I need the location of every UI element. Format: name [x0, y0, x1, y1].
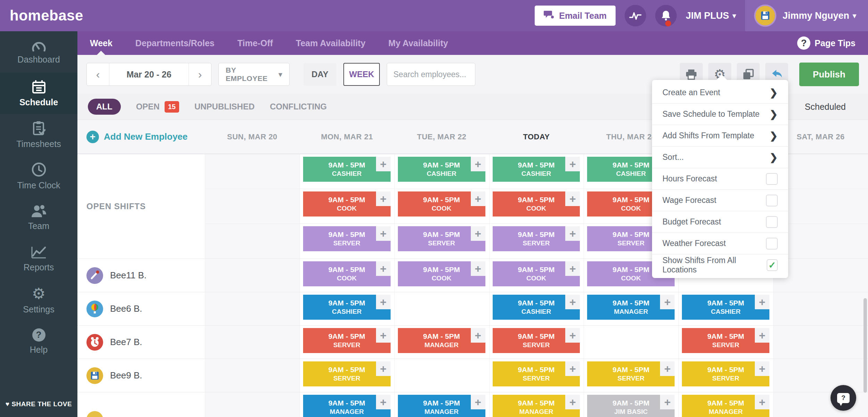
shift-cell[interactable]: 9AM - 5PMCASHIER+ [489, 292, 584, 325]
open-shift-block[interactable]: 9AM - 5PMSERVER+ [493, 226, 580, 251]
shift-block[interactable]: 9AM - 5PMSERVER+ [587, 361, 675, 386]
shift-block[interactable]: 9AM - 5PMCOOK+ [303, 261, 391, 286]
shift-cell[interactable]: 9AM - 5PMSERVER+ [394, 224, 489, 259]
open-shift-block[interactable]: 9AM - 5PMCASHIER+ [398, 157, 485, 182]
menu-item-wage-forecast[interactable]: Wage Forecast [652, 190, 788, 211]
shift-cell[interactable]: 9AM - 5PMCOOK+ [300, 189, 394, 223]
shift-cell[interactable]: 9AM - 5PMSERVER+ [678, 326, 773, 359]
menu-item-weather-forecast[interactable]: Weather Forecast [652, 233, 788, 254]
add-shift-icon[interactable]: + [471, 191, 485, 206]
shift-cell[interactable]: 9AM - 5PMSERVER+ [678, 359, 773, 392]
add-shift-icon[interactable]: + [565, 191, 580, 206]
add-shift-icon[interactable]: + [755, 395, 769, 409]
shift-block[interactable]: 9AM - 5PMMANAGER+ [398, 395, 485, 417]
add-shift-icon[interactable]: + [755, 328, 769, 343]
search-employees-input[interactable] [387, 63, 475, 86]
shift-cell[interactable] [773, 326, 868, 359]
publish-button[interactable]: Publish [799, 63, 859, 86]
tab-my-availability[interactable]: My Availability [389, 31, 448, 55]
add-shift-icon[interactable]: + [471, 328, 485, 343]
shift-block[interactable]: 9AM - 5PMCASHIER+ [493, 295, 580, 320]
shift-cell[interactable]: 9AM - 5PMJIM BASIC+ [584, 392, 678, 417]
tab-team-availability[interactable]: Team Availability [296, 31, 366, 55]
activity-icon[interactable] [625, 5, 646, 26]
menu-item-save-template[interactable]: Save Schedule to Template ❯ [652, 104, 788, 125]
menu-item-create-event[interactable]: Create an Event ❯ [652, 82, 788, 104]
sidebar-item-time-clock[interactable]: Time Clock [0, 155, 77, 197]
group-by-dropdown[interactable]: BY EMPLOYEE ▾ [218, 63, 290, 86]
shift-cell[interactable]: 9AM - 5PMSERVER+ [300, 326, 394, 359]
shift-block[interactable]: 9AM - 5PMMANAGER+ [493, 395, 580, 417]
shift-cell[interactable]: 9AM - 5PMMANAGER+ [300, 392, 394, 417]
shift-cell[interactable]: 9AM - 5PMCASHIER+ [489, 154, 584, 189]
add-shift-icon[interactable]: + [565, 395, 580, 409]
shift-cell[interactable]: 9AM - 5PMCOOK+ [300, 259, 394, 292]
shift-cell[interactable] [773, 359, 868, 392]
shift-cell[interactable]: 9AM - 5PMSERVER+ [300, 359, 394, 392]
shift-cell[interactable]: 9AM - 5PMCASHIER+ [300, 154, 394, 189]
add-shift-icon[interactable]: + [471, 157, 485, 171]
shift-cell[interactable] [205, 326, 300, 359]
add-shift-icon[interactable]: + [565, 295, 580, 309]
page-tips-button[interactable]: ? Page Tips [797, 36, 856, 50]
shift-block[interactable]: 9AM - 5PMMANAGER+ [587, 295, 675, 320]
shift-cell[interactable]: 9AM - 5PMMANAGER+ [394, 326, 489, 359]
add-shift-icon[interactable]: + [660, 295, 675, 309]
menu-item-sort[interactable]: Sort... ❯ [652, 147, 788, 168]
shift-cell[interactable] [205, 154, 300, 189]
checkbox-unchecked[interactable] [766, 238, 778, 250]
notifications-bell-icon[interactable] [655, 5, 677, 26]
add-shift-icon[interactable]: + [471, 261, 485, 276]
filter-conflicting[interactable]: CONFLICTING [270, 102, 327, 112]
support-chat-button[interactable]: ? [831, 385, 856, 411]
shift-cell[interactable]: 9AM - 5PMCASHIER+ [678, 292, 773, 325]
week-view-button[interactable]: WEEK [343, 63, 380, 86]
sidebar-item-team[interactable]: Team [0, 197, 77, 238]
add-new-employee-button[interactable]: + Add New Employee [77, 131, 205, 143]
open-shift-block[interactable]: 9AM - 5PMCASHIER+ [303, 157, 391, 182]
open-shift-block[interactable]: 9AM - 5PMCASHIER+ [493, 157, 580, 182]
add-shift-icon[interactable]: + [660, 361, 675, 376]
filter-open[interactable]: OPEN 15 [136, 101, 179, 113]
next-week-button[interactable]: › [189, 63, 211, 85]
add-shift-icon[interactable]: + [660, 395, 675, 409]
vertical-scrollbar[interactable] [863, 298, 867, 393]
shift-cell[interactable] [773, 292, 868, 325]
menu-item-hours-forecast[interactable]: Hours Forecast [652, 168, 788, 190]
filter-unpublished[interactable]: UNPUBLISHED [194, 102, 254, 112]
open-shift-block[interactable]: 9AM - 5PMCOOK+ [493, 191, 580, 216]
day-header-sun[interactable]: SUN, MAR 20 [205, 132, 300, 141]
employee-cell[interactable]: Bee6 B. [77, 292, 205, 325]
open-shift-block[interactable]: 9AM - 5PMSERVER+ [398, 226, 485, 251]
shift-cell[interactable] [205, 224, 300, 259]
shift-cell[interactable] [205, 189, 300, 223]
menu-item-budget-forecast[interactable]: Budget Forecast [652, 211, 788, 233]
add-shift-icon[interactable]: + [565, 157, 580, 171]
shift-cell[interactable]: 9AM - 5PMSERVER+ [584, 359, 678, 392]
shift-block[interactable]: 9AM - 5PMSERVER+ [303, 328, 391, 353]
shift-cell[interactable]: 9AM - 5PMCOOK+ [394, 259, 489, 292]
open-shift-block[interactable]: 9AM - 5PMSERVER+ [303, 226, 391, 251]
shift-cell[interactable]: 9AM - 5PMCASHIER+ [394, 154, 489, 189]
shift-block[interactable]: 9AM - 5PMSERVER+ [682, 328, 769, 353]
add-shift-icon[interactable]: + [755, 295, 769, 309]
shift-cell[interactable]: 9AM - 5PMCOOK+ [489, 189, 584, 223]
tab-departments-roles[interactable]: Departments/Roles [135, 31, 215, 55]
open-shift-block[interactable]: 9AM - 5PMCOOK+ [303, 191, 391, 216]
shift-cell[interactable]: 9AM - 5PMMANAGER+ [584, 292, 678, 325]
add-shift-icon[interactable]: + [565, 361, 580, 376]
shift-cell[interactable]: 9AM - 5PMMANAGER+ [394, 392, 489, 417]
scheduled-toggle[interactable]: Scheduled [805, 102, 846, 112]
shift-cell[interactable] [205, 392, 300, 417]
add-shift-icon[interactable]: + [376, 328, 391, 343]
add-shift-icon[interactable]: + [376, 395, 391, 409]
date-range-label[interactable]: Mar 20 - 26 [109, 63, 189, 85]
shift-block[interactable]: 9AM - 5PMCOOK+ [493, 261, 580, 286]
shift-block[interactable]: 9AM - 5PMCOOK+ [398, 261, 485, 286]
checkbox-checked[interactable]: ✓ [767, 259, 778, 271]
employee-cell[interactable]: Bee7 B. [77, 326, 205, 359]
day-view-button[interactable]: DAY [303, 63, 336, 86]
shift-block[interactable]: 9AM - 5PMSERVER+ [303, 361, 391, 386]
checkbox-unchecked[interactable] [766, 216, 778, 228]
add-shift-icon[interactable]: + [376, 157, 391, 171]
